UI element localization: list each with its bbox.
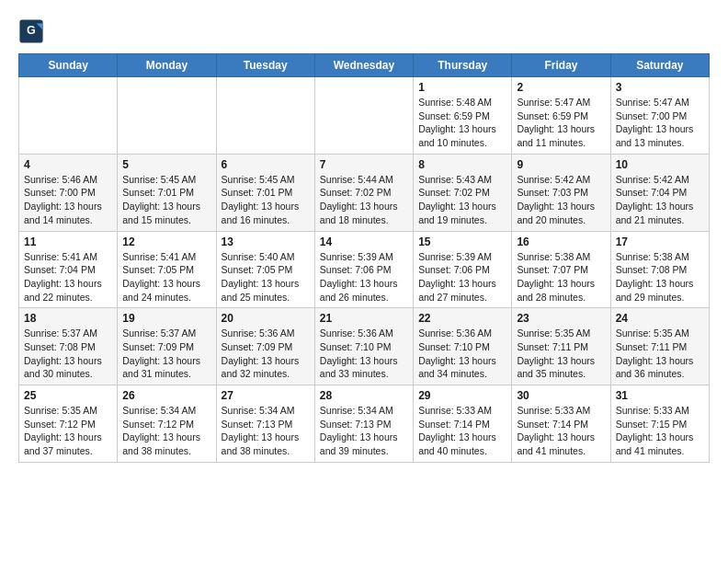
day-info: Sunrise: 5:38 AM Sunset: 7:07 PM Dayligh… [517,250,605,304]
day-number: 11 [24,236,112,248]
day-number: 26 [122,389,210,402]
day-cell: 17Sunrise: 5:38 AM Sunset: 7:08 PM Dayli… [610,231,709,308]
day-number: 4 [24,158,112,171]
day-cell: 12Sunrise: 5:41 AM Sunset: 7:05 PM Dayli… [118,231,216,308]
day-number: 30 [517,389,605,402]
day-number: 5 [122,158,210,171]
day-info: Sunrise: 5:42 AM Sunset: 7:04 PM Dayligh… [616,173,704,227]
header-monday: Monday [118,54,216,77]
day-info: Sunrise: 5:35 AM Sunset: 7:11 PM Dayligh… [517,327,605,381]
day-cell: 23Sunrise: 5:35 AM Sunset: 7:11 PM Dayli… [512,308,610,385]
day-number: 16 [517,236,605,248]
day-number: 23 [517,312,605,325]
day-cell: 18Sunrise: 5:37 AM Sunset: 7:08 PM Dayli… [19,308,118,385]
day-number: 20 [222,312,310,325]
day-cell: 21Sunrise: 5:36 AM Sunset: 7:10 PM Dayli… [314,308,413,385]
day-number: 13 [222,236,310,248]
day-cell: 22Sunrise: 5:36 AM Sunset: 7:10 PM Dayli… [414,308,512,385]
calendar-header-row: SundayMondayTuesdayWednesdayThursdayFrid… [19,54,710,77]
day-number: 6 [222,158,310,171]
day-number: 22 [418,312,506,325]
day-cell: 24Sunrise: 5:35 AM Sunset: 7:11 PM Dayli… [610,308,709,385]
day-cell: 5Sunrise: 5:45 AM Sunset: 7:01 PM Daylig… [118,154,216,231]
day-number: 29 [418,389,506,402]
day-cell: 3Sunrise: 5:47 AM Sunset: 7:00 PM Daylig… [610,77,709,155]
day-info: Sunrise: 5:36 AM Sunset: 7:10 PM Dayligh… [320,327,408,381]
day-number: 2 [517,81,605,94]
day-cell: 27Sunrise: 5:34 AM Sunset: 7:13 PM Dayli… [216,385,314,463]
day-cell: 15Sunrise: 5:39 AM Sunset: 7:06 PM Dayli… [414,231,512,308]
day-cell: 9Sunrise: 5:42 AM Sunset: 7:03 PM Daylig… [512,154,610,231]
day-info: Sunrise: 5:39 AM Sunset: 7:06 PM Dayligh… [418,250,506,304]
day-number: 18 [24,312,112,325]
day-number: 14 [320,236,408,248]
day-cell: 19Sunrise: 5:37 AM Sunset: 7:09 PM Dayli… [118,308,216,385]
logo-icon: G [18,18,44,44]
day-cell: 4Sunrise: 5:46 AM Sunset: 7:00 PM Daylig… [19,154,118,231]
day-number: 7 [320,158,408,171]
day-info: Sunrise: 5:37 AM Sunset: 7:08 PM Dayligh… [24,327,112,381]
header-thursday: Thursday [414,54,512,77]
day-cell [118,77,216,155]
day-cell: 14Sunrise: 5:39 AM Sunset: 7:06 PM Dayli… [314,231,413,308]
day-info: Sunrise: 5:33 AM Sunset: 7:14 PM Dayligh… [418,404,506,458]
day-cell: 25Sunrise: 5:35 AM Sunset: 7:12 PM Dayli… [19,385,118,463]
day-info: Sunrise: 5:41 AM Sunset: 7:05 PM Dayligh… [122,250,210,304]
day-cell: 7Sunrise: 5:44 AM Sunset: 7:02 PM Daylig… [314,154,413,231]
day-cell: 20Sunrise: 5:36 AM Sunset: 7:09 PM Dayli… [216,308,314,385]
svg-text:G: G [27,24,36,37]
day-cell: 30Sunrise: 5:33 AM Sunset: 7:14 PM Dayli… [512,385,610,463]
day-number: 17 [616,236,704,248]
day-info: Sunrise: 5:45 AM Sunset: 7:01 PM Dayligh… [222,173,310,227]
day-cell: 10Sunrise: 5:42 AM Sunset: 7:04 PM Dayli… [610,154,709,231]
header-tuesday: Tuesday [216,54,314,77]
week-row-4: 18Sunrise: 5:37 AM Sunset: 7:08 PM Dayli… [19,308,710,385]
week-row-3: 11Sunrise: 5:41 AM Sunset: 7:04 PM Dayli… [19,231,710,308]
day-cell: 31Sunrise: 5:33 AM Sunset: 7:15 PM Dayli… [610,385,709,463]
day-number: 12 [122,236,210,248]
header-saturday: Saturday [610,54,709,77]
day-info: Sunrise: 5:48 AM Sunset: 6:59 PM Dayligh… [418,96,506,150]
day-info: Sunrise: 5:35 AM Sunset: 7:12 PM Dayligh… [24,404,112,458]
day-info: Sunrise: 5:47 AM Sunset: 6:59 PM Dayligh… [517,96,605,150]
day-info: Sunrise: 5:41 AM Sunset: 7:04 PM Dayligh… [24,250,112,304]
day-number: 25 [24,389,112,402]
calendar-table: SundayMondayTuesdayWednesdayThursdayFrid… [18,53,710,463]
day-info: Sunrise: 5:42 AM Sunset: 7:03 PM Dayligh… [517,173,605,227]
day-cell [19,77,118,155]
day-cell: 8Sunrise: 5:43 AM Sunset: 7:02 PM Daylig… [414,154,512,231]
day-info: Sunrise: 5:44 AM Sunset: 7:02 PM Dayligh… [320,173,408,227]
day-number: 28 [320,389,408,402]
day-info: Sunrise: 5:33 AM Sunset: 7:14 PM Dayligh… [517,404,605,458]
day-info: Sunrise: 5:34 AM Sunset: 7:12 PM Dayligh… [122,404,210,458]
day-info: Sunrise: 5:36 AM Sunset: 7:09 PM Dayligh… [222,327,310,381]
day-cell: 13Sunrise: 5:40 AM Sunset: 7:05 PM Dayli… [216,231,314,308]
logo: G [18,18,48,44]
day-info: Sunrise: 5:36 AM Sunset: 7:10 PM Dayligh… [418,327,506,381]
day-cell: 16Sunrise: 5:38 AM Sunset: 7:07 PM Dayli… [512,231,610,308]
header-sunday: Sunday [19,54,118,77]
day-info: Sunrise: 5:47 AM Sunset: 7:00 PM Dayligh… [616,96,704,150]
day-number: 15 [418,236,506,248]
day-info: Sunrise: 5:45 AM Sunset: 7:01 PM Dayligh… [122,173,210,227]
day-info: Sunrise: 5:43 AM Sunset: 7:02 PM Dayligh… [418,173,506,227]
day-cell: 26Sunrise: 5:34 AM Sunset: 7:12 PM Dayli… [118,385,216,463]
day-cell: 11Sunrise: 5:41 AM Sunset: 7:04 PM Dayli… [19,231,118,308]
day-cell: 29Sunrise: 5:33 AM Sunset: 7:14 PM Dayli… [414,385,512,463]
day-info: Sunrise: 5:34 AM Sunset: 7:13 PM Dayligh… [222,404,310,458]
day-cell: 6Sunrise: 5:45 AM Sunset: 7:01 PM Daylig… [216,154,314,231]
day-cell [216,77,314,155]
day-number: 31 [616,389,704,402]
day-number: 3 [616,81,704,94]
header-friday: Friday [512,54,610,77]
day-cell: 2Sunrise: 5:47 AM Sunset: 6:59 PM Daylig… [512,77,610,155]
day-number: 10 [616,158,704,171]
day-info: Sunrise: 5:37 AM Sunset: 7:09 PM Dayligh… [122,327,210,381]
day-cell: 28Sunrise: 5:34 AM Sunset: 7:13 PM Dayli… [314,385,413,463]
day-number: 24 [616,312,704,325]
day-info: Sunrise: 5:38 AM Sunset: 7:08 PM Dayligh… [616,250,704,304]
day-cell: 1Sunrise: 5:48 AM Sunset: 6:59 PM Daylig… [414,77,512,155]
day-info: Sunrise: 5:33 AM Sunset: 7:15 PM Dayligh… [616,404,704,458]
day-number: 21 [320,312,408,325]
day-number: 27 [222,389,310,402]
